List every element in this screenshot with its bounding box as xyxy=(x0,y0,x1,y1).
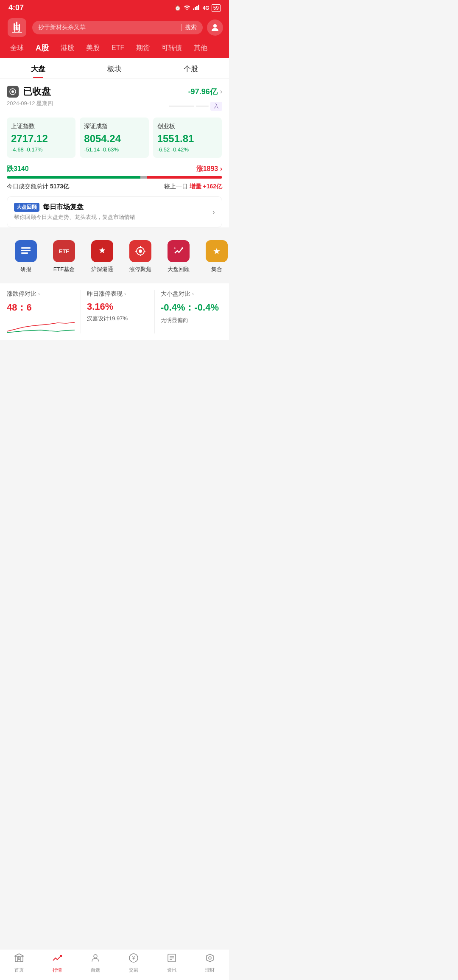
search-bar[interactable]: 抄于新材头杀又草 搜索 xyxy=(32,21,203,34)
sub-tab-stocks[interactable]: 个股 xyxy=(153,58,229,78)
market-status-row: 已收盘 -97.96亿 › xyxy=(7,85,222,98)
index-card-chinext[interactable]: 创业板 1551.81 -6.52 -0.42% xyxy=(153,118,222,158)
search-divider xyxy=(181,24,182,31)
svg-rect-14 xyxy=(21,250,31,251)
index-name-shanghai: 上证指数 xyxy=(11,123,71,130)
stat-title-yesterday[interactable]: 昨日涨停表现 › xyxy=(87,290,148,298)
header: 同 抄于新材头杀又草 搜索 xyxy=(0,15,229,41)
advance-count[interactable]: 涨1893 › xyxy=(196,165,222,174)
alarm-icon: ⏰ xyxy=(174,5,181,11)
review-banner-left: 大盘回顾 每日市场复盘 帮你回顾今日大盘走势、龙头表现，复盘市场情绪 xyxy=(14,203,135,221)
svg-point-18 xyxy=(182,247,183,249)
nav-tab-global[interactable]: 全球 xyxy=(4,42,30,54)
index-change-shenzhen: -51.14 -0.63% xyxy=(84,146,144,153)
quick-action-research[interactable]: 研报 xyxy=(7,240,45,273)
collection-icon: ★ xyxy=(206,240,228,262)
nav-tab-a[interactable]: A股 xyxy=(30,41,55,55)
market-date: 2024-09-12 星期四 xyxy=(7,100,53,107)
stat-value-yesterday: 3.16% xyxy=(87,301,148,312)
index-value-shenzhen: 8054.24 xyxy=(84,133,144,145)
svg-rect-3 xyxy=(198,5,199,10)
review-arrow-icon: › xyxy=(212,207,215,217)
decline-count: 跌3140 xyxy=(7,165,29,174)
quick-action-etf[interactable]: ETF ETF基金 xyxy=(45,240,83,273)
nav-tab-convertible[interactable]: 可转债 xyxy=(156,42,188,54)
status-bar: 4:07 ⏰ 4G 59 xyxy=(0,0,229,15)
review-title-row: 大盘回顾 每日市场复盘 xyxy=(14,203,135,212)
review-title: 每日市场复盘 xyxy=(43,203,84,212)
adv-dec-row: 跌3140 涨1893 › xyxy=(7,165,222,174)
stat-arrow-icon-2: › xyxy=(124,291,126,297)
svg-point-10 xyxy=(213,24,217,28)
volume-row: 今日成交额总计 5173亿 较上一日 增量 +162亿 xyxy=(7,183,222,190)
network-type: 4G xyxy=(203,5,209,11)
svg-rect-1 xyxy=(195,7,196,10)
nav-tab-hk[interactable]: 港股 xyxy=(55,42,80,54)
review-badge: 大盘回顾 xyxy=(14,203,39,212)
review-banner[interactable]: 大盘回顾 每日市场复盘 帮你回顾今日大盘走势、龙头表现，复盘市场情绪 › xyxy=(7,196,222,227)
stat-title-adv-dec[interactable]: 涨跌停对比 › xyxy=(7,290,75,298)
volume-compare: 较上一日 增量 +162亿 xyxy=(164,183,222,190)
index-card-shenzhen[interactable]: 深证成指 8054.24 -51.14 -0.63% xyxy=(80,118,148,158)
status-time: 4:07 xyxy=(8,3,24,12)
svg-point-19 xyxy=(174,247,176,249)
closed-text: 已收盘 xyxy=(23,85,51,98)
decline-bar xyxy=(7,176,140,179)
market-status-left: 已收盘 xyxy=(7,85,51,98)
closed-status-icon xyxy=(7,86,19,98)
stat-yesterday-limitup: 昨日涨停表现 › 3.16% 汉嘉设计19.97% xyxy=(87,290,155,333)
stat-extra-large-small: 无明显偏向 xyxy=(161,316,222,324)
quick-action-limitup[interactable]: 涨停聚焦 xyxy=(121,240,159,273)
enter-button[interactable]: 入 xyxy=(210,102,222,111)
svg-rect-8 xyxy=(16,22,17,30)
svg-rect-6 xyxy=(12,32,22,33)
advance-bar xyxy=(147,176,222,179)
sub-tab-sector[interactable]: 板块 xyxy=(76,58,153,78)
stat-arrow-icon: › xyxy=(38,291,40,297)
index-change-shanghai: -4.68 -0.17% xyxy=(11,146,71,153)
battery-icon: 59 xyxy=(212,4,221,12)
search-placeholder: 抄于新材头杀又草 xyxy=(38,24,178,31)
svg-rect-7 xyxy=(14,23,15,30)
wifi-icon xyxy=(183,4,191,11)
market-stats: 涨跌停对比 › 48：6 昨日涨停表现 › 3.16% 汉嘉设计19.97% 大… xyxy=(0,283,229,340)
search-button[interactable]: 搜索 xyxy=(185,24,197,31)
collection-label: 集合 xyxy=(211,266,222,273)
stat-large-small: 大小盘对比 › -0.4%：-0.4% 无明显偏向 xyxy=(161,290,222,333)
research-label: 研报 xyxy=(20,266,31,273)
index-name-chinext: 创业板 xyxy=(157,123,218,130)
volume-increase: 增量 +162亿 xyxy=(190,183,222,190)
adv-dec-bar xyxy=(7,176,222,179)
stat-title-large-small[interactable]: 大小盘对比 › xyxy=(161,290,222,298)
mid-bar xyxy=(140,176,147,179)
nav-tab-other[interactable]: 其他 xyxy=(188,42,213,54)
svg-rect-2 xyxy=(196,6,198,10)
amount-arrow-icon[interactable]: › xyxy=(220,88,222,95)
hk-icon xyxy=(91,240,113,262)
nav-tab-us[interactable]: 美股 xyxy=(80,42,106,54)
etf-icon: ETF xyxy=(53,240,75,262)
review-action-icon xyxy=(168,240,190,262)
advance-arrow-icon: › xyxy=(220,165,222,172)
svg-rect-0 xyxy=(193,8,194,10)
sub-tab-market[interactable]: 大盘 xyxy=(0,58,76,78)
stat-value-large-small: -0.4%：-0.4% xyxy=(161,301,222,314)
index-change-chinext: -6.52 -0.42% xyxy=(157,146,218,153)
quick-action-collection[interactable]: ★ 集合 xyxy=(198,240,229,273)
stat-adv-dec-ratio: 涨跌停对比 › 48：6 xyxy=(7,290,81,333)
signal-icon xyxy=(193,4,201,11)
index-card-shanghai[interactable]: 上证指数 2717.12 -4.68 -0.17% xyxy=(7,118,75,158)
nav-tab-futures[interactable]: 期货 xyxy=(130,42,156,54)
bottom-spacer xyxy=(0,340,229,374)
svg-rect-9 xyxy=(19,24,20,30)
nav-tab-etf[interactable]: ETF xyxy=(106,42,130,53)
limitup-icon xyxy=(129,240,151,262)
stat-value-adv-dec: 48：6 xyxy=(7,301,75,314)
quick-action-review[interactable]: 大盘回顾 xyxy=(159,240,198,273)
quick-action-hk[interactable]: 沪深港通 xyxy=(83,240,121,273)
avatar-button[interactable] xyxy=(207,20,223,36)
volume-label: 今日成交额总计 5173亿 xyxy=(7,183,69,190)
logo[interactable]: 同 xyxy=(6,18,28,37)
svg-point-12 xyxy=(11,90,14,93)
limitup-label: 涨停聚焦 xyxy=(129,266,151,273)
